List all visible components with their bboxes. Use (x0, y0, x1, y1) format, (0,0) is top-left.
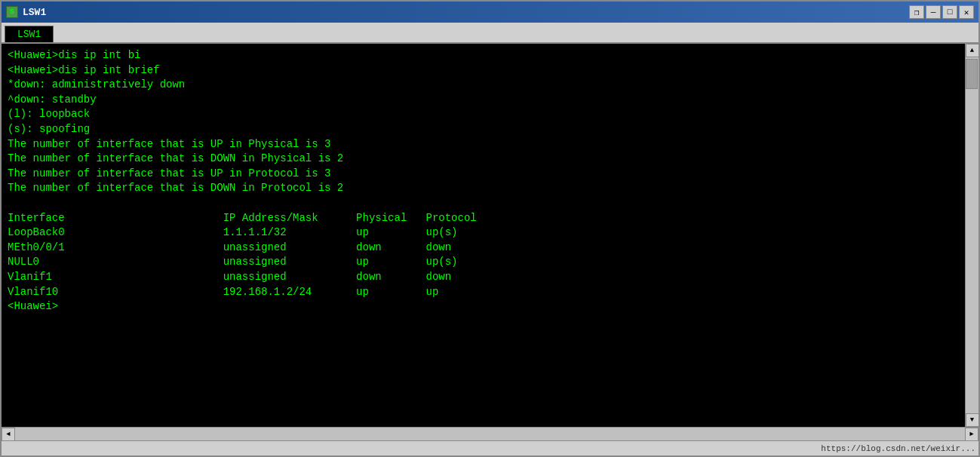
content-area: <Huawei>dis ip int bi <Huawei>dis ip int… (2, 44, 978, 427)
main-window: S LSW1 ❐ — □ ✕ LSW1 <Huawei>dis ip int b… (0, 0, 980, 457)
scroll-left-btn[interactable]: ◄ (2, 428, 15, 441)
tab-lsw1[interactable]: LSW1 (5, 26, 54, 42)
restore-btn[interactable]: ❐ (909, 5, 924, 19)
scroll-up-btn[interactable]: ▲ (966, 44, 979, 57)
app-icon: S (6, 6, 18, 18)
window-title: LSW1 (23, 7, 46, 18)
title-controls: ❐ — □ ✕ (909, 5, 974, 19)
vertical-scrollbar: ▲ ▼ (965, 44, 978, 427)
scroll-right-btn[interactable]: ► (965, 428, 978, 441)
terminal-output[interactable]: <Huawei>dis ip int bi <Huawei>dis ip int… (2, 44, 965, 427)
scroll-down-btn[interactable]: ▼ (966, 413, 979, 427)
bottom-bar: https://blog.csdn.net/weixir... (2, 440, 978, 455)
scroll-thumb[interactable] (966, 59, 978, 89)
maximize-btn[interactable]: □ (942, 5, 957, 19)
hscroll-track[interactable] (15, 428, 965, 440)
title-bar-left: S LSW1 (6, 6, 46, 18)
close-btn[interactable]: ✕ (959, 5, 974, 19)
horizontal-scrollbar: ◄ ► (2, 427, 978, 440)
tab-bar: LSW1 (2, 23, 978, 44)
title-bar: S LSW1 ❐ — □ ✕ (2, 2, 978, 23)
scroll-track[interactable] (966, 57, 978, 413)
url-label: https://blog.csdn.net/weixir... (821, 444, 975, 453)
minimize-btn[interactable]: — (926, 5, 941, 19)
